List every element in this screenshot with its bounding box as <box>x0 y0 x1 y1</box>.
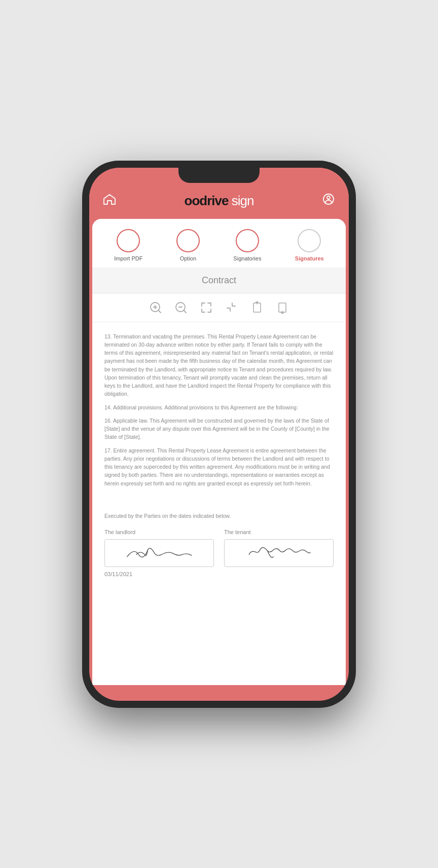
home-icon[interactable] <box>103 194 116 208</box>
step-label-signatures: Signatures <box>295 255 324 261</box>
signature-section: Executed by the Parties on the dates ind… <box>92 503 346 592</box>
executed-text: Executed by the Parties on the dates ind… <box>104 513 334 519</box>
expand-button[interactable] <box>198 299 214 316</box>
document-body: 13. Termination and vacating the premise… <box>92 322 346 503</box>
svg-point-1 <box>327 196 330 199</box>
brand-sign: sign <box>229 193 254 208</box>
zoom-in-button[interactable] <box>148 299 164 316</box>
user-icon[interactable] <box>322 193 335 208</box>
zoom-out-button[interactable] <box>173 299 189 316</box>
page-down-button[interactable] <box>274 299 290 316</box>
tenant-label: The tenant <box>224 529 334 535</box>
step-label-signatories: Signatories <box>233 255 261 261</box>
paragraph-3: 16. Applicable law. This Agreement will … <box>104 417 334 441</box>
landlord-signature-box[interactable] <box>104 539 214 567</box>
step-signatures[interactable]: Signatures <box>295 229 324 261</box>
svg-line-5 <box>159 311 161 313</box>
step-signatories[interactable]: Signatories <box>233 229 261 261</box>
tenant-column: The tenant <box>224 529 334 577</box>
screen-content: Import PDF Option Signatories Signatures <box>92 219 346 685</box>
paragraph-4: 17. Entire agreement. This Rental Proper… <box>104 446 334 487</box>
landlord-column: The landlord 03/11/2021 <box>104 529 214 577</box>
svg-line-8 <box>184 311 186 313</box>
phone-frame: oodrive sign Import PDF Op <box>82 161 356 708</box>
phone-screen: oodrive sign Import PDF Op <box>89 168 349 701</box>
landlord-signature-svg <box>111 541 208 566</box>
contract-title-bar: Contract <box>92 268 346 293</box>
step-circle-import <box>117 229 140 252</box>
step-circle-option <box>176 229 200 252</box>
step-circle-signatures <box>298 229 321 252</box>
page-up-button[interactable] <box>249 299 265 316</box>
brand-name: oodrive <box>185 193 229 208</box>
landlord-label: The landlord <box>104 529 214 535</box>
paragraph-2: 14. Additional provisions. Additional pr… <box>104 403 334 411</box>
signature-row: The landlord 03/11/2021 The tenant <box>104 529 334 577</box>
tenant-signature-box[interactable] <box>224 539 334 567</box>
step-label-import: Import PDF <box>114 255 142 261</box>
step-circle-signatories <box>236 229 259 252</box>
paragraph-1: 13. Termination and vacating the premise… <box>104 332 334 398</box>
app-logo: oodrive sign <box>185 193 254 209</box>
step-option[interactable]: Option <box>176 229 200 261</box>
shrink-button[interactable] <box>224 299 240 316</box>
step-label-option: Option <box>180 255 196 261</box>
document-toolbar <box>92 293 346 322</box>
steps-bar: Import PDF Option Signatories Signatures <box>92 219 346 268</box>
landlord-date: 03/11/2021 <box>104 571 214 577</box>
phone-notch <box>178 168 260 183</box>
step-import-pdf[interactable]: Import PDF <box>114 229 142 261</box>
contract-title: Contract <box>102 275 336 286</box>
tenant-signature-svg <box>230 541 328 566</box>
